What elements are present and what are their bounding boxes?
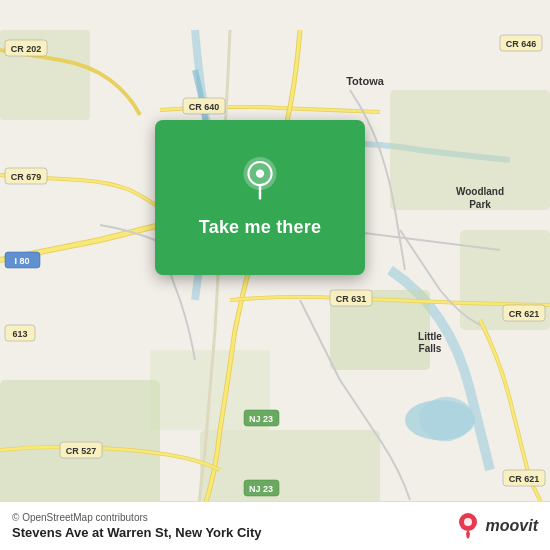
svg-text:CR 631: CR 631 xyxy=(336,294,367,304)
svg-text:I 80: I 80 xyxy=(14,256,29,266)
svg-text:Woodland: Woodland xyxy=(456,186,504,197)
moovit-logo: moovit xyxy=(454,512,538,540)
svg-text:CR 640: CR 640 xyxy=(189,102,220,112)
location-name: Stevens Ave at Warren St, New York City xyxy=(12,525,262,540)
svg-text:CR 202: CR 202 xyxy=(11,44,42,54)
map-roads: CR 202 CR 646 CR 679 CR 640 I 80 Totowa … xyxy=(0,0,550,550)
take-me-there-card[interactable]: Take me there xyxy=(155,120,365,275)
svg-text:NJ 23: NJ 23 xyxy=(249,484,273,494)
bottom-bar: © OpenStreetMap contributors Stevens Ave… xyxy=(0,501,550,550)
svg-text:Little: Little xyxy=(418,331,442,342)
location-info: © OpenStreetMap contributors Stevens Ave… xyxy=(12,512,262,540)
svg-text:CR 646: CR 646 xyxy=(506,39,537,49)
copyright-text: © OpenStreetMap contributors xyxy=(12,512,262,523)
svg-text:Park: Park xyxy=(469,199,491,210)
svg-text:Falls: Falls xyxy=(419,343,442,354)
svg-text:CR 527: CR 527 xyxy=(66,446,97,456)
svg-text:CR 621: CR 621 xyxy=(509,309,540,319)
moovit-icon xyxy=(454,512,482,540)
svg-text:Totowa: Totowa xyxy=(346,75,385,87)
svg-text:613: 613 xyxy=(12,329,27,339)
svg-point-41 xyxy=(256,169,264,177)
moovit-text: moovit xyxy=(486,517,538,535)
svg-text:CR 621: CR 621 xyxy=(509,474,540,484)
svg-text:CR 679: CR 679 xyxy=(11,172,42,182)
map-container: CR 202 CR 646 CR 679 CR 640 I 80 Totowa … xyxy=(0,0,550,550)
svg-point-43 xyxy=(464,518,472,526)
action-label: Take me there xyxy=(199,217,321,238)
svg-text:NJ 23: NJ 23 xyxy=(249,414,273,424)
location-pin-icon xyxy=(236,157,284,205)
